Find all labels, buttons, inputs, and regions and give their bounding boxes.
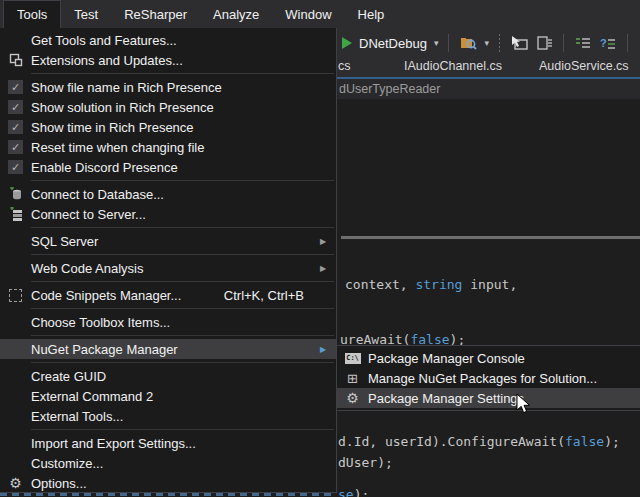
connect-server-icon (9, 207, 23, 221)
menu-item-label: Reset time when changing file (31, 140, 320, 155)
menu-item-connect-to-database[interactable]: Connect to Database... (0, 184, 336, 204)
submenu-item-package-manager-console[interactable]: C:\ Package Manager Console (337, 348, 640, 368)
menu-item-label: Show time in Rich Presence (31, 120, 320, 135)
icon-gutter (0, 289, 31, 302)
chevron-down-icon[interactable]: ▾ (434, 38, 439, 48)
comment-help-button[interactable]: ? (599, 34, 617, 52)
menu-item-show-file-name[interactable]: ✓ Show file name in Rich Presence (0, 77, 336, 97)
menu-item-show-solution[interactable]: ✓ Show solution in Rich Presence (0, 97, 336, 117)
menu-item-external-tools[interactable]: External Tools... (0, 406, 336, 426)
menubar-item-window[interactable]: Window (272, 0, 344, 28)
checkmark-icon: ✓ (8, 100, 23, 114)
menu-item-import-export-settings[interactable]: Import and Export Settings... (0, 433, 336, 453)
menu-item-nuget-package-manager[interactable]: NuGet Package Manager ▶ (0, 339, 336, 359)
gear-icon: ⚙ (9, 476, 22, 490)
icon-gutter: ✓ (0, 160, 31, 174)
code-snippets-icon (9, 289, 22, 302)
document-tab[interactable]: IAudioChannel.cs (404, 59, 502, 73)
indent-button[interactable] (574, 34, 592, 52)
clipped-code-line (0, 493, 336, 496)
menu-item-label: Enable Discord Presence (31, 160, 320, 175)
menu-separator (31, 254, 334, 255)
menubar-item-help[interactable]: Help (345, 0, 398, 28)
navigate-to-button[interactable] (510, 34, 528, 52)
menu-item-web-code-analysis[interactable]: Web Code Analysis ▶ (0, 258, 336, 278)
menu-item-get-tools-and-features[interactable]: Get Tools and Features... (0, 30, 336, 50)
menu-separator (31, 227, 334, 228)
nuget-package-manager-submenu: C:\ Package Manager Console ⊞ Manage NuG… (336, 345, 640, 411)
question-lines-icon: ? (600, 37, 616, 50)
checkmark-icon: ✓ (8, 160, 23, 174)
menubar-item-tools[interactable]: Tools (3, 0, 61, 28)
console-icon: C:\ (345, 353, 361, 364)
icon-gutter: ✓ (0, 140, 31, 154)
submenu-item-package-manager-settings[interactable]: ⚙ Package Manager Settings (337, 388, 640, 408)
toolbar-separator (627, 34, 628, 52)
icon-gutter (0, 207, 31, 221)
menu-item-extensions-and-updates[interactable]: Extensions and Updates... (0, 50, 336, 70)
menu-item-connect-to-server[interactable]: Connect to Server... (0, 204, 336, 224)
menu-item-show-time[interactable]: ✓ Show time in Rich Presence (0, 117, 336, 137)
menubar-item-analyze[interactable]: Analyze (200, 0, 272, 28)
toolbar-separator (448, 34, 449, 52)
find-in-files-icon (460, 36, 477, 51)
icon-gutter: ✓ (0, 80, 31, 94)
start-debugging-icon[interactable] (342, 37, 352, 49)
menubar-label: Window (285, 7, 331, 22)
menu-item-options[interactable]: ⚙ Options... (0, 473, 336, 493)
icon-gutter: C:\ (337, 353, 368, 364)
menu-item-sql-server[interactable]: SQL Server ▶ (0, 231, 336, 251)
document-lines-icon (536, 36, 553, 51)
editor-navigation-bar[interactable]: dUserTypeReader (337, 79, 640, 100)
menu-item-external-command-2[interactable]: External Command 2 (0, 386, 336, 406)
menu-item-customize[interactable]: Customize... (0, 453, 336, 473)
document-tab[interactable]: cs (338, 59, 351, 73)
menu-item-label: Package Manager Console (368, 351, 640, 366)
find-in-files-button[interactable] (459, 34, 477, 52)
menu-item-label: NuGet Package Manager (31, 342, 320, 357)
menu-separator (31, 429, 334, 430)
menu-item-label: Connect to Database... (31, 187, 320, 202)
menu-item-choose-toolbox-items[interactable]: Choose Toolbox Items... (0, 312, 336, 332)
document-tab[interactable]: AudioService.cs (539, 59, 629, 73)
menu-item-label: Show file name in Rich Presence (31, 80, 320, 95)
menu-separator (31, 73, 334, 74)
indent-lines-icon (575, 37, 591, 50)
copy-lines-button[interactable] (535, 34, 553, 52)
menubar-label: Tools (17, 7, 47, 22)
icon-gutter: ⊞ (337, 371, 368, 386)
code-line: d.Id, userId).ConfigureAwait(false); (338, 434, 620, 449)
checkmark-icon: ✓ (8, 80, 23, 94)
code-text: dUser); (338, 455, 393, 470)
debug-target-dropdown[interactable]: DNetDebug (359, 36, 427, 51)
pointer-frame-icon (511, 36, 528, 50)
menu-item-code-snippets-manager[interactable]: Code Snippets Manager... Ctrl+K, Ctrl+B (0, 285, 336, 305)
menu-item-label: Get Tools and Features... (31, 33, 320, 48)
menu-separator (31, 362, 334, 363)
checkmark-icon: ✓ (8, 140, 23, 154)
breadcrumb: dUserTypeReader (339, 82, 440, 96)
toolbar-separator (563, 34, 564, 52)
manage-packages-icon: ⊞ (347, 371, 358, 386)
code-line: se); (338, 487, 369, 497)
menu-item-label: Web Code Analysis (31, 261, 320, 276)
menubar-item-test[interactable]: Test (61, 0, 111, 28)
menubar-label: Test (74, 7, 98, 22)
menu-item-label: Package Manager Settings (368, 391, 640, 406)
menubar-item-resharper[interactable]: ReSharper (111, 0, 200, 28)
mouse-cursor (516, 393, 531, 415)
icon-gutter: ✓ (0, 100, 31, 114)
visual-studio-window: Tools Test ReSharper Analyze Window Help… (0, 0, 640, 497)
code-text: ); (354, 487, 370, 497)
menu-item-reset-time[interactable]: ✓ Reset time when changing file (0, 137, 336, 157)
submenu-item-manage-nuget-packages[interactable]: ⊞ Manage NuGet Packages for Solution... (337, 368, 640, 388)
code-line: context, string input, (345, 277, 517, 292)
menu-item-enable-discord-presence[interactable]: ✓ Enable Discord Presence (0, 157, 336, 177)
menu-item-create-guid[interactable]: Create GUID (0, 366, 336, 386)
submenu-arrow-icon: ▶ (320, 264, 336, 273)
chevron-down-icon[interactable]: ▾ (484, 38, 489, 48)
tools-menu: Get Tools and Features... Extensions and… (0, 28, 337, 493)
menu-separator (31, 281, 334, 282)
extensions-icon (9, 53, 23, 67)
gear-icon: ⚙ (346, 391, 359, 405)
